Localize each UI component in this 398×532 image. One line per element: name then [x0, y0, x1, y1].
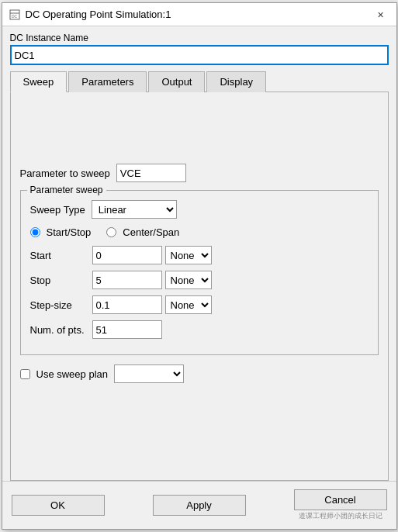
stop-label: Stop	[30, 275, 92, 286]
use-sweep-plan-checkbox[interactable]	[20, 369, 30, 379]
instance-name-label: DC Instance Name	[10, 33, 389, 43]
radio-start-stop[interactable]	[30, 227, 40, 237]
step-size-input[interactable]	[92, 295, 162, 314]
close-button[interactable]: ×	[372, 5, 390, 24]
start-unit-select[interactable]: NoneKMmun	[165, 246, 212, 264]
bottom-bar: OK Apply Cancel 道课工程师小团的成长日记	[2, 481, 396, 529]
param-to-sweep-row: Parameter to sweep	[20, 164, 379, 182]
radio-row: Start/Stop Center/Span	[30, 226, 369, 238]
sweep-tab-content: Parameter to sweep Parameter sweep Sweep…	[10, 92, 389, 481]
numpts-row: Num. of pts.	[30, 320, 369, 339]
param-to-sweep-input[interactable]	[116, 164, 186, 182]
radio-center-span[interactable]	[106, 227, 116, 237]
stop-row: Stop NoneKMmun	[30, 271, 369, 289]
apply-button[interactable]: Apply	[153, 495, 246, 516]
ok-button[interactable]: OK	[12, 495, 105, 516]
param-sweep-group: Parameter sweep Sweep Type Linear Log Li…	[20, 190, 379, 355]
start-row: Start NoneKMmun	[30, 246, 369, 264]
param-to-sweep-label: Parameter to sweep	[20, 168, 110, 179]
cancel-button[interactable]: Cancel	[294, 489, 387, 510]
main-window: DC DC Operating Point Simulation:1 × DC …	[2, 2, 397, 530]
title-bar: DC DC Operating Point Simulation:1 ×	[2, 3, 396, 26]
radio-start-stop-label[interactable]: Start/Stop	[47, 226, 92, 238]
radio-center-span-label[interactable]: Center/Span	[123, 226, 179, 238]
instance-name-input[interactable]	[10, 45, 389, 65]
tab-parameters[interactable]: Parameters	[68, 71, 147, 92]
svg-text:DC: DC	[12, 14, 18, 19]
use-sweep-row: Use sweep plan	[20, 364, 379, 383]
sweep-type-select[interactable]: Linear Log List	[92, 200, 177, 219]
numpts-label: Num. of pts.	[30, 324, 92, 336]
step-size-label: Step-size	[30, 299, 92, 311]
sweep-type-row: Sweep Type Linear Log List	[30, 200, 369, 219]
tab-output[interactable]: Output	[148, 71, 205, 92]
param-sweep-legend: Parameter sweep	[27, 185, 106, 195]
numpts-input[interactable]	[92, 320, 162, 339]
start-label: Start	[30, 250, 92, 261]
content-area: DC Instance Name Sweep Parameters Output…	[2, 26, 396, 481]
use-sweep-plan-dropdown[interactable]	[114, 364, 184, 383]
sweep-type-label: Sweep Type	[30, 204, 85, 216]
use-sweep-plan-label[interactable]: Use sweep plan	[36, 368, 109, 380]
window-icon: DC	[9, 9, 21, 21]
tabs-bar: Sweep Parameters Output Display	[10, 71, 389, 92]
tab-sweep[interactable]: Sweep	[10, 71, 67, 92]
cancel-area: Cancel 道课工程师小团的成长日记	[294, 489, 387, 521]
step-size-unit-select[interactable]: NoneKMmun	[165, 295, 212, 314]
cancel-overlay: 道课工程师小团的成长日记	[299, 511, 382, 521]
title-bar-text: DC Operating Point Simulation:1	[26, 9, 372, 20]
stop-input[interactable]	[92, 271, 162, 289]
stop-unit-select[interactable]: NoneKMmun	[165, 271, 212, 289]
tab-display[interactable]: Display	[206, 71, 266, 92]
step-size-row: Step-size NoneKMmun	[30, 295, 369, 314]
start-input[interactable]	[92, 246, 162, 264]
